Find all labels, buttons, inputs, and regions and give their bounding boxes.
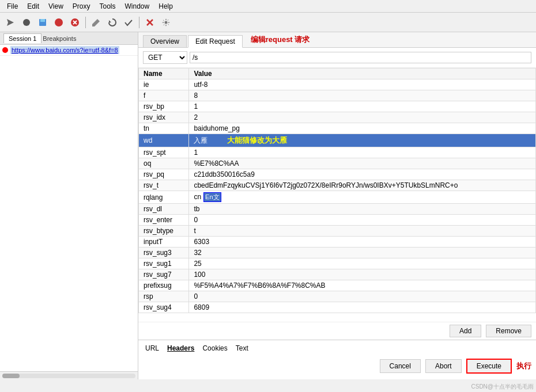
- table-row[interactable]: rsv_tcbedEdmFzqykuCVSj1Y6I6vT2jg0z072X/8…: [139, 180, 536, 191]
- table-row[interactable]: rsv_sug125: [139, 258, 536, 269]
- menu-file[interactable]: File: [2, 1, 22, 12]
- table-row[interactable]: ieutf-8: [139, 79, 536, 90]
- stop-btn[interactable]: [52, 16, 66, 29]
- param-value[interactable]: %F5%A4%A7%F7%B6%8A%F7%8C%AB: [189, 280, 536, 291]
- param-value[interactable]: baiduhome_pg: [189, 123, 536, 134]
- param-name: rqlang: [139, 191, 189, 204]
- check-btn[interactable]: [122, 16, 135, 29]
- svg-marker-0: [7, 19, 14, 26]
- table-row[interactable]: rsv_idx2: [139, 112, 536, 123]
- session-tab-bar: Session 1 Breakpoints: [0, 32, 138, 45]
- table-row[interactable]: inputT6303: [139, 237, 536, 248]
- bottom-tab-url[interactable]: URL: [143, 344, 161, 353]
- param-value[interactable]: 2: [189, 112, 536, 123]
- left-scrollbar[interactable]: [0, 371, 138, 379]
- settings-btn[interactable]: [159, 16, 173, 29]
- table-row[interactable]: rsv_sug46809: [139, 302, 536, 313]
- bottom-tab-text[interactable]: Text: [233, 344, 251, 353]
- execute-button[interactable]: Execute: [466, 359, 512, 374]
- param-name: rsp: [139, 291, 189, 302]
- url-text[interactable]: https://www.baidu.com/s?ie=utf-8&f=8: [10, 46, 119, 54]
- param-value[interactable]: 32: [189, 248, 536, 258]
- param-value[interactable]: 8: [189, 90, 536, 101]
- param-value[interactable]: 100: [189, 269, 536, 280]
- scroll-track[interactable]: [2, 374, 135, 378]
- add-button[interactable]: Add: [450, 325, 481, 337]
- table-row[interactable]: rsv_sug7100: [139, 269, 536, 280]
- table-row[interactable]: oq%E7%8C%AA: [139, 158, 536, 169]
- param-name: rsv_enter: [139, 215, 189, 226]
- remove-button[interactable]: Remove: [486, 325, 531, 337]
- path-input[interactable]: [190, 52, 531, 63]
- arrow-btn[interactable]: [3, 16, 17, 29]
- param-name: oq: [139, 158, 189, 169]
- param-name: wd: [139, 134, 189, 147]
- menu-edit[interactable]: Edit: [22, 1, 44, 12]
- table-row[interactable]: rsv_pqc21ddb350016c5a9: [139, 169, 536, 180]
- cancel-button[interactable]: Cancel: [380, 359, 421, 373]
- abort-button[interactable]: Abort: [425, 359, 462, 373]
- param-value[interactable]: cbedEdmFzqykuCVSj1Y6I6vT2jg0z072X/8eIRr9…: [189, 180, 536, 191]
- param-value[interactable]: 1: [189, 101, 536, 112]
- menubar: File Edit View Proxy Tools Window Help: [0, 0, 536, 13]
- param-value[interactable]: 0: [189, 215, 536, 226]
- method-select[interactable]: GET POST PUT DELETE: [143, 51, 187, 64]
- svg-rect-4: [41, 24, 44, 26]
- param-value[interactable]: 6303: [189, 237, 536, 248]
- param-name: rsv_sug1: [139, 258, 189, 269]
- param-value[interactable]: %E7%8C%AA: [189, 158, 536, 169]
- scroll-thumb[interactable]: [2, 374, 20, 378]
- param-name: rsv_sug3: [139, 248, 189, 258]
- param-value[interactable]: 6809: [189, 302, 536, 313]
- menu-view[interactable]: View: [44, 1, 68, 12]
- param-value[interactable]: 入雁 大能猫修改为大雁: [189, 134, 536, 147]
- bottom-tab-cookies[interactable]: Cookies: [200, 344, 229, 353]
- separator-2: [139, 17, 139, 28]
- param-value[interactable]: cnEn文: [189, 191, 536, 204]
- url-list-item[interactable]: https://www.baidu.com/s?ie=utf-8&f=8: [0, 45, 138, 56]
- table-row[interactable]: rsv_bp1: [139, 101, 536, 112]
- param-value[interactable]: 0: [189, 291, 536, 302]
- menu-window[interactable]: Window: [120, 1, 154, 12]
- table-row[interactable]: rsv_enter0: [139, 215, 536, 226]
- menu-proxy[interactable]: Proxy: [68, 1, 95, 12]
- param-value[interactable]: 25: [189, 258, 536, 269]
- inline-edit-field[interactable]: En文: [203, 192, 221, 202]
- table-row[interactable]: f8: [139, 90, 536, 101]
- param-value[interactable]: utf-8: [189, 79, 536, 90]
- tab-edit-request[interactable]: Edit Request: [188, 35, 243, 48]
- table-row[interactable]: rsv_spt1: [139, 147, 536, 158]
- bottom-tab-headers[interactable]: Headers: [165, 344, 197, 353]
- row-annotation: 大能猫修改为大雁: [227, 136, 287, 144]
- table-row[interactable]: rsv_dltb: [139, 204, 536, 215]
- pen-btn[interactable]: [89, 16, 103, 29]
- col-name: Name: [139, 68, 189, 79]
- table-row[interactable]: prefixsug%F5%A4%A7%F7%B6%8A%F7%8C%AB: [139, 280, 536, 291]
- param-name: f: [139, 90, 189, 101]
- save-btn[interactable]: [36, 16, 50, 29]
- menu-help[interactable]: Help: [154, 1, 178, 12]
- param-value[interactable]: 1: [189, 147, 536, 158]
- param-value[interactable]: t: [189, 226, 536, 237]
- toolbar: [0, 13, 536, 32]
- menu-tools[interactable]: Tools: [95, 1, 120, 12]
- record-btn[interactable]: [20, 16, 33, 29]
- param-name: inputT: [139, 237, 189, 248]
- table-row[interactable]: rsp0: [139, 291, 536, 302]
- session-tab-item[interactable]: Session 1: [3, 33, 41, 43]
- table-row[interactable]: rsv_sug332: [139, 248, 536, 258]
- param-value[interactable]: c21ddb350016c5a9: [189, 169, 536, 180]
- table-row[interactable]: tnbaiduhome_pg: [139, 123, 536, 134]
- params-table-container: Name Value ieutf-8f8rsv_bp1rsv_idx2tnbai…: [138, 68, 536, 322]
- table-row[interactable]: rqlangcnEn文: [139, 191, 536, 204]
- execute-annotation: 执行: [516, 361, 531, 371]
- param-name: rsv_sug4: [139, 302, 189, 313]
- table-row[interactable]: wd入雁 大能猫修改为大雁: [139, 134, 536, 147]
- remove-btn[interactable]: [68, 16, 82, 29]
- param-value[interactable]: tb: [189, 204, 536, 215]
- tab-overview[interactable]: Overview: [143, 35, 187, 47]
- action-row: Cancel Abort Execute 执行: [143, 356, 531, 376]
- table-row[interactable]: rsv_btypet: [139, 226, 536, 237]
- refresh-btn[interactable]: [105, 16, 119, 29]
- x-btn[interactable]: [143, 16, 157, 29]
